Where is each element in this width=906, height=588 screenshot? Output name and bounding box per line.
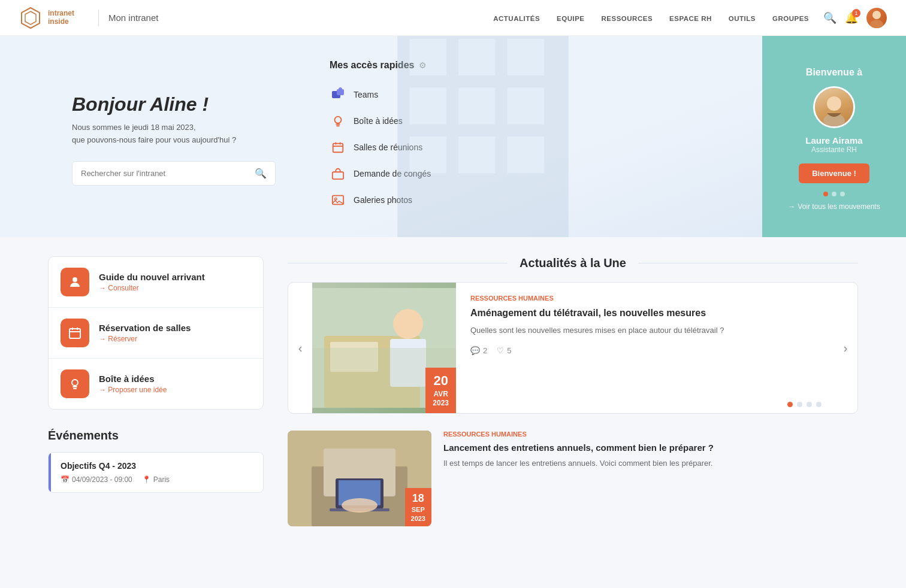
quick-link-guide-text: Guide du nouvel arrivant → Consulter: [99, 272, 205, 292]
search-icon: 🔍: [823, 12, 836, 24]
guide-link[interactable]: → Consulter: [99, 284, 205, 292]
news-carousel-actions: 💬 2 ♡ 5: [470, 346, 819, 355]
news-item-row[interactable]: 18 SEP 2023 Ressources Humaines Lancemen…: [288, 431, 858, 526]
welcome-link[interactable]: → Voir tous les mouvements: [788, 202, 880, 211]
boite-link[interactable]: → Proposer une idée: [99, 386, 167, 394]
hero-left: Bonjour Aline ! Nous sommes le jeudi 18 …: [0, 36, 312, 237]
nav-equipe[interactable]: EQUIPE: [557, 13, 584, 23]
svg-rect-29: [70, 329, 80, 338]
hero-bg-illustration: [300, 36, 666, 237]
welcome-dots: [823, 192, 845, 196]
boite-icon: [61, 369, 89, 398]
svg-marker-1: [25, 11, 36, 25]
news-carousel-category: Ressources Humaines: [470, 295, 819, 302]
news-item-category: Ressources Humaines: [443, 431, 714, 438]
guide-icon: [61, 268, 89, 296]
search-icon: 🔍: [255, 168, 267, 179]
reservation-title: Réservation de salles: [99, 323, 191, 333]
quick-link-guide[interactable]: Guide du nouvel arrivant → Consulter: [49, 257, 263, 308]
calendar-small-icon: 📅: [61, 475, 70, 484]
svg-point-47: [342, 498, 378, 513]
carousel-dot-4[interactable]: [816, 402, 822, 407]
arrow-icon: →: [788, 202, 795, 211]
event-meta: 📅 04/09/2023 - 09:00 📍 Paris: [61, 475, 170, 484]
welcome-button[interactable]: Bienvenue !: [799, 163, 869, 183]
hero-date: Nous sommes le jeudi 18 mai 2023, que po…: [72, 122, 282, 147]
avatar-image: [866, 8, 887, 28]
news-item-date-badge: 18 SEP 2023: [405, 488, 431, 526]
hero-greeting: Bonjour Aline !: [72, 93, 282, 116]
event-card[interactable]: Objectifs Q4 - 2023 📅 04/09/2023 - 09:00…: [48, 452, 264, 493]
quick-links-panel: Guide du nouvel arrivant → Consulter Rés…: [48, 256, 264, 410]
carousel-dot-1[interactable]: [787, 402, 793, 407]
news-carousel-headline: Aménagement du télétravail, les nouvelle…: [470, 307, 819, 320]
events-section: Événements Objectifs Q4 - 2023 📅 04/09/2…: [48, 429, 264, 493]
event-title: Objectifs Q4 - 2023: [61, 461, 170, 471]
nav-logo[interactable]: intranetinside: [19, 7, 74, 29]
nav-espace-rh[interactable]: ESPACE RH: [669, 13, 712, 23]
carousel-dot-3[interactable]: [807, 402, 812, 407]
svg-rect-10: [508, 87, 544, 124]
navbar: intranetinside Mon intranet ACTUALITÉS E…: [0, 0, 906, 36]
nav-groupes[interactable]: GROUPES: [772, 13, 809, 23]
search-button[interactable]: 🔍: [823, 11, 836, 25]
news-section-title: Actualités à la Une: [508, 256, 638, 270]
quick-link-reservation[interactable]: Réservation de salles → Réserver: [49, 308, 263, 359]
news-item-excerpt: Il est temps de lancer les entretiens an…: [443, 457, 714, 469]
boite-title: Boîte à idées: [99, 374, 167, 384]
news-item-image: 18 SEP 2023: [288, 431, 431, 526]
quick-link-boite-text: Boîte à idées → Proposer une idée: [99, 374, 167, 394]
carousel-dot-2[interactable]: [797, 402, 802, 407]
svg-point-3: [870, 20, 883, 28]
welcome-dot-3: [840, 192, 845, 196]
news-carousel-text: Ressources Humaines Aménagement du télét…: [456, 283, 833, 413]
svg-rect-7: [508, 39, 544, 75]
news-carousel-date-badge: 20 AVR 2023: [425, 368, 456, 413]
news-likes[interactable]: ♡ 5: [497, 346, 511, 355]
svg-point-2: [872, 11, 881, 19]
nav-actualites[interactable]: ACTUALITÉS: [493, 13, 540, 23]
svg-rect-8: [410, 87, 446, 124]
hero-search-box[interactable]: 🔍: [72, 161, 276, 186]
nav-ressources[interactable]: RESSOURCES: [602, 13, 653, 23]
comment-icon: 💬: [470, 346, 480, 355]
carousel-next-button[interactable]: ›: [833, 283, 857, 413]
svg-point-33: [72, 380, 78, 386]
guide-title: Guide du nouvel arrivant: [99, 272, 205, 282]
reservation-icon: [61, 319, 89, 347]
svg-rect-5: [410, 39, 446, 75]
user-avatar[interactable]: [866, 8, 887, 28]
event-location: 📍 Paris: [142, 475, 170, 484]
main-content: Guide du nouvel arrivant → Consulter Rés…: [0, 237, 906, 545]
news-carousel: ‹ 20: [288, 282, 858, 414]
welcome-name: Laure Airama: [805, 135, 862, 146]
quick-link-boite[interactable]: Boîte à idées → Proposer une idée: [49, 359, 263, 409]
nav-links: ACTUALITÉS EQUIPE RESSOURCES ESPACE RH O…: [493, 13, 809, 23]
news-header: Actualités à la Une: [288, 256, 858, 270]
notifications-button[interactable]: 🔔 1: [845, 11, 858, 25]
svg-marker-0: [22, 8, 40, 28]
search-input[interactable]: [81, 169, 255, 178]
svg-point-38: [393, 309, 423, 339]
svg-point-28: [73, 277, 77, 282]
news-carousel-excerpt: Quelles sont les nouvelles mesures mises…: [470, 325, 819, 337]
location-icon: 📍: [142, 475, 151, 484]
news-comments[interactable]: 💬 2: [470, 346, 487, 355]
event-date: 📅 04/09/2023 - 09:00: [61, 475, 132, 484]
welcome-card: Bienvenue à Laure Airama Assistante RH B…: [762, 36, 906, 237]
nav-actions: 🔍 🔔 1: [823, 8, 887, 28]
reservation-link[interactable]: → Réserver: [99, 335, 191, 343]
brand-name: intranetinside: [48, 10, 74, 25]
nav-outils[interactable]: OUTILS: [729, 13, 756, 23]
quick-link-reservation-text: Réservation de salles → Réserver: [99, 323, 191, 343]
svg-point-26: [827, 96, 841, 111]
carousel-prev-button[interactable]: ‹: [288, 283, 312, 413]
svg-rect-11: [410, 137, 446, 173]
nav-divider: [98, 10, 99, 26]
carousel-dots: [787, 402, 822, 407]
hero-section: Bonjour Aline ! Nous sommes le jeudi 18 …: [0, 36, 906, 237]
welcome-avatar: [813, 86, 855, 128]
news-header-line-left: [288, 263, 508, 263]
svg-rect-6: [458, 39, 495, 75]
welcome-dot-1: [823, 192, 828, 196]
